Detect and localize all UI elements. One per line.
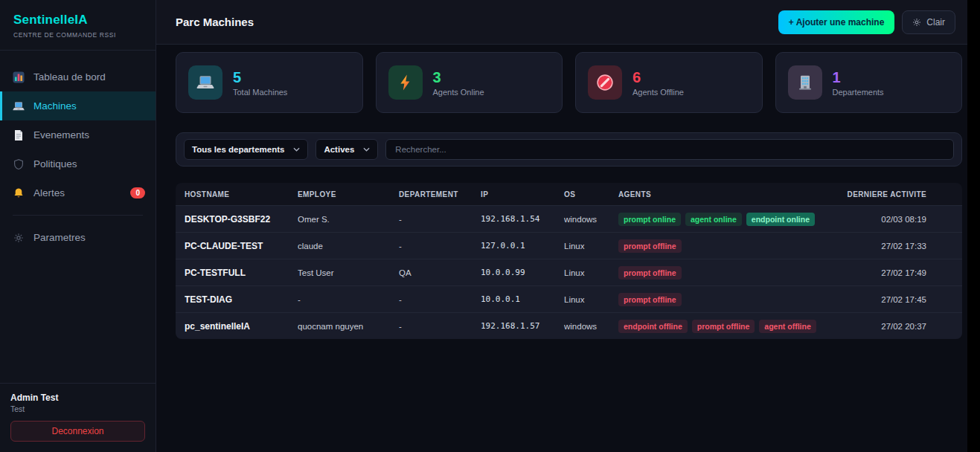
stat-label: Agents Online: [433, 88, 484, 97]
laptop-icon: [196, 74, 214, 91]
alert-count-badge: 0: [130, 187, 145, 198]
app-title: SentinelleIA: [13, 13, 142, 28]
stat-card-total-machines: 5Total Machines: [176, 52, 363, 113]
cell-ip: 127.0.0.1: [481, 241, 564, 251]
cell-agents: prompt offline: [618, 266, 830, 280]
sidebar-item-evenements[interactable]: Evenements: [0, 120, 156, 149]
column-header-derniere-activite: DERNIERE ACTIVITE: [830, 190, 926, 198]
stat-card-departements: 1Departements: [775, 52, 963, 113]
stat-label: Departements: [833, 88, 884, 97]
status-select[interactable]: Actives: [316, 139, 378, 160]
sidebar-item-parametres[interactable]: Parametres: [0, 223, 156, 252]
column-header-employe: EMPLOYE: [298, 190, 399, 198]
chevron-down-icon: [293, 147, 300, 152]
main-area: Parc Machines + Ajouter une machine Clai…: [156, 0, 967, 452]
cell-hostname: PC-CLAUDE-TEST: [185, 241, 298, 251]
add-machine-button[interactable]: + Ajouter une machine: [778, 10, 895, 34]
sidebar-item-politiques[interactable]: Politiques: [0, 149, 156, 178]
app-subtitle: CENTRE DE COMMANDE RSSI: [13, 31, 142, 39]
sidebar-divider: [13, 215, 143, 216]
app-logo: SentinelleIA CENTRE DE COMMANDE RSSI: [0, 0, 156, 51]
no-entry-icon: [596, 74, 614, 91]
stat-card-agents-online: 3Agents Online: [376, 52, 563, 113]
bell-icon: [13, 187, 25, 199]
stat-text: 5Total Machines: [233, 69, 287, 97]
user-panel: Admin Test Test Deconnexion: [0, 383, 156, 452]
cell-derniere-activite: 02/03 08:19: [830, 215, 926, 224]
header-actions: + Ajouter une machine Clair: [778, 10, 955, 34]
agent-status-badge: endpoint offline: [618, 320, 688, 333]
table-row-pc-testfull[interactable]: PC-TESTFULLTest UserQA10.0.0.99Linuxprom…: [176, 259, 962, 285]
cell-derniere-activite: 27/02 20:37: [830, 322, 926, 331]
agent-status-badge: prompt offline: [618, 293, 682, 306]
logout-button[interactable]: Deconnexion: [10, 421, 145, 442]
agent-status-badge: endpoint online: [746, 213, 815, 226]
search-input[interactable]: [385, 139, 954, 160]
lightning-icon: [397, 74, 414, 91]
stat-value: 5: [233, 69, 287, 85]
cell-ip: 10.0.0.99: [481, 268, 564, 277]
agent-status-badge: prompt offline: [618, 239, 682, 253]
cell-agents: endpoint offlineprompt offlineagent offl…: [618, 320, 830, 333]
sidebar-item-label: Politiques: [33, 158, 77, 170]
filter-bar: Tous les departements Actives: [176, 132, 962, 167]
cell-employe: Omer S.: [298, 215, 399, 224]
stat-text: 3Agents Online: [433, 69, 484, 97]
sun-icon: [912, 18, 921, 27]
app-window: SentinelleIA CENTRE DE COMMANDE RSSI Tab…: [0, 0, 967, 452]
table-header-row: HOSTNAMEEMPLOYEDEPARTEMENTIPOSAGENTSDERN…: [176, 183, 962, 205]
agent-status-badge: prompt online: [618, 213, 681, 226]
window-edge: [967, 0, 980, 452]
table-row-desktop-g3sbf22[interactable]: DESKTOP-G3SBF22Omer S.-192.168.1.54windo…: [176, 205, 962, 232]
cell-os: windows: [564, 322, 618, 331]
cell-derniere-activite: 27/02 17:45: [830, 295, 926, 304]
agent-status-badge: prompt offline: [618, 266, 682, 280]
sidebar-nav: Tableau de bordMachinesEvenementsPolitiq…: [0, 51, 156, 207]
chevron-down-icon: [363, 147, 370, 152]
cell-hostname: DESKTOP-G3SBF22: [185, 214, 298, 225]
cell-agents: prompt offline: [618, 293, 830, 306]
stat-icon-tile: [588, 65, 622, 100]
table-row-pc-sentinelleia[interactable]: pc_sentinelleIAquocnam nguyen-192.168.1.…: [176, 312, 962, 339]
stats-row: 5Total Machines3Agents Online6Agents Off…: [176, 52, 962, 113]
agent-status-badge: prompt offline: [692, 320, 755, 333]
column-header-agents: AGENTS: [618, 190, 830, 198]
stat-icon-tile: [188, 65, 222, 100]
table-row-test-diag[interactable]: TEST-DIAG--10.0.0.1Linuxprompt offline27…: [176, 285, 962, 312]
stat-label: Total Machines: [233, 88, 287, 97]
sidebar-item-machines[interactable]: Machines: [0, 91, 156, 120]
stat-value: 6: [632, 69, 684, 85]
department-select[interactable]: Tous les departements: [184, 139, 308, 160]
cell-departement: -: [399, 215, 481, 224]
sidebar-item-alertes[interactable]: Alertes0: [0, 178, 156, 207]
table-row-pc-claude-test[interactable]: PC-CLAUDE-TESTclaude-127.0.0.1Linuxpromp…: [176, 232, 962, 259]
column-header-departement: DEPARTEMENT: [399, 190, 481, 198]
sidebar: SentinelleIA CENTRE DE COMMANDE RSSI Tab…: [0, 0, 156, 452]
theme-toggle-button[interactable]: Clair: [902, 10, 955, 34]
sidebar-item-label: Tableau de bord: [33, 71, 106, 83]
agent-status-badge: agent online: [685, 213, 742, 226]
cell-derniere-activite: 27/02 17:49: [830, 268, 926, 277]
cell-ip: 192.168.1.54: [481, 214, 564, 224]
stat-label: Agents Offline: [632, 88, 684, 97]
column-header-hostname: HOSTNAME: [185, 190, 298, 198]
stat-card-agents-offline: 6Agents Offline: [575, 52, 763, 113]
cell-ip: 192.168.1.57: [481, 321, 564, 331]
sidebar-item-tableau-de-bord[interactable]: Tableau de bord: [0, 62, 156, 91]
cell-agents: prompt offline: [618, 239, 830, 253]
sidebar-item-label: Machines: [33, 100, 77, 112]
cell-hostname: pc_sentinelleIA: [185, 321, 298, 332]
cell-derniere-activite: 27/02 17:33: [830, 242, 926, 251]
cell-departement: -: [399, 322, 481, 331]
department-select-value: Tous les departements: [192, 145, 284, 154]
cell-departement: -: [399, 295, 481, 304]
stat-text: 6Agents Offline: [632, 69, 684, 97]
page-header: Parc Machines + Ajouter une machine Clai…: [156, 0, 967, 45]
gear-icon: [13, 232, 25, 244]
cell-os: Linux: [564, 295, 618, 304]
cell-employe: quocnam nguyen: [298, 322, 399, 331]
document-icon: [13, 129, 25, 141]
table-body: DESKTOP-G3SBF22Omer S.-192.168.1.54windo…: [176, 205, 962, 339]
bar-chart-icon: [13, 71, 25, 83]
cell-departement: -: [399, 242, 481, 251]
